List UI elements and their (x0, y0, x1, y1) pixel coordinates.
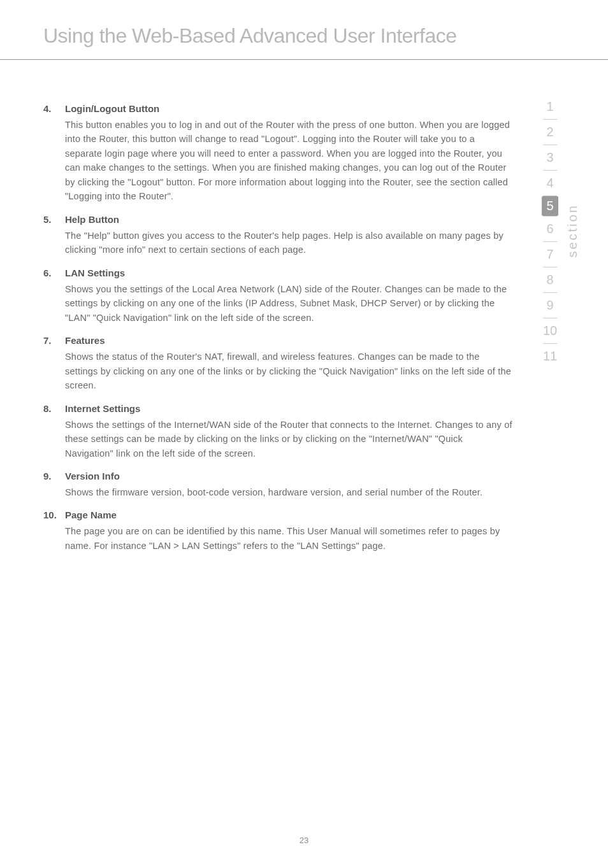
item-number: 9. (43, 471, 65, 499)
item-8: 8. Internet Settings Shows the settings … (43, 403, 512, 460)
item-heading: Help Button (65, 214, 512, 225)
item-number: 8. (43, 403, 65, 460)
tab-1[interactable]: 1 (539, 94, 561, 119)
item-heading: Login/Logout Button (65, 103, 512, 114)
item-number: 4. (43, 103, 65, 204)
item-7: 7. Features Shows the status of the Rout… (43, 335, 512, 392)
tab-8[interactable]: 8 (539, 267, 561, 292)
item-6: 6. LAN Settings Shows you the settings o… (43, 267, 512, 325)
item-number: 6. (43, 267, 65, 325)
tab-11[interactable]: 11 (539, 344, 561, 369)
content-body: 4. Login/Logout Button This button enabl… (0, 60, 608, 553)
section-label: section (565, 204, 580, 257)
tab-5-active[interactable]: 5 (542, 196, 558, 216)
item-number: 10. (43, 509, 65, 553)
tab-7[interactable]: 7 (539, 242, 561, 267)
item-heading: Page Name (65, 509, 512, 520)
item-5: 5. Help Button The "Help" button gives y… (43, 214, 512, 257)
tab-6[interactable]: 6 (539, 217, 561, 241)
item-heading: Features (65, 335, 512, 346)
item-number: 5. (43, 214, 65, 257)
page-number: 23 (0, 836, 608, 845)
item-heading: Internet Settings (65, 403, 512, 414)
item-text: Shows you the settings of the Local Area… (65, 282, 512, 325)
item-4: 4. Login/Logout Button This button enabl… (43, 103, 512, 204)
item-number: 7. (43, 335, 65, 392)
tab-2[interactable]: 2 (539, 120, 561, 145)
page-title: Using the Web-Based Advanced User Interf… (0, 0, 608, 48)
item-heading: Version Info (65, 471, 512, 481)
item-9: 9. Version Info Shows the firmware versi… (43, 471, 512, 499)
tab-10[interactable]: 10 (539, 318, 561, 343)
tabs-column: 1 2 3 4 5 6 7 8 9 10 11 (539, 94, 561, 369)
item-text: Shows the firmware version, boot-code ve… (65, 485, 512, 499)
item-text: The page you are on can be identified by… (65, 524, 512, 553)
item-text: This button enables you to log in and ou… (65, 118, 512, 204)
tab-9[interactable]: 9 (539, 293, 561, 318)
item-heading: LAN Settings (65, 267, 512, 278)
tab-4[interactable]: 4 (539, 171, 561, 196)
tab-3[interactable]: 3 (539, 145, 561, 170)
item-10: 10. Page Name The page you are on can be… (43, 509, 512, 553)
item-text: Shows the status of the Router's NAT, fi… (65, 350, 512, 392)
item-text: Shows the settings of the Internet/WAN s… (65, 418, 512, 460)
section-tabs-sidebar: 1 2 3 4 5 6 7 8 9 10 11 section (539, 94, 580, 369)
item-text: The "Help" button gives you access to th… (65, 229, 512, 257)
